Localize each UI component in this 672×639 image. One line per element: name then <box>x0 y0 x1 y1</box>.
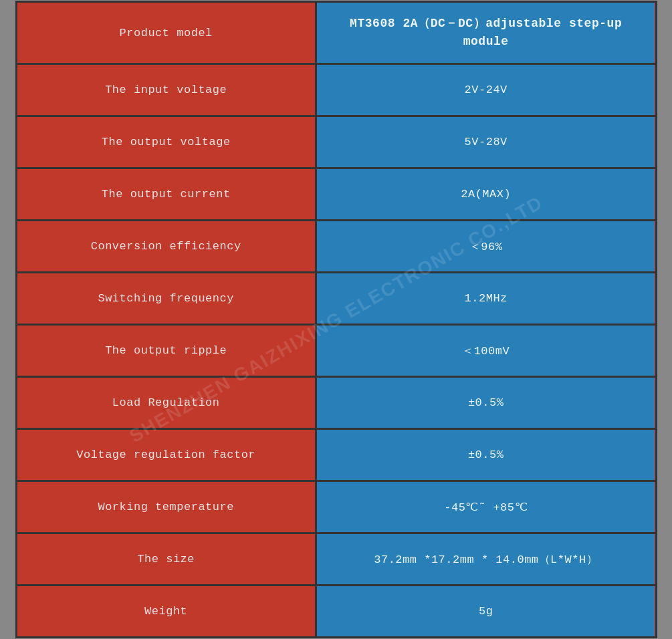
value-size: 37.2mm *17.2mm * 14.0mm（L*W*H） <box>317 534 655 584</box>
label-output-ripple: The output ripple <box>17 326 317 376</box>
table-row-output-ripple: The output ripple＜100mV <box>17 326 655 378</box>
label-weight: Weight <box>17 586 317 636</box>
value-conversion-efficiency: ＜96% <box>317 221 655 271</box>
table-row-conversion-efficiency: Conversion efficiency＜96% <box>17 221 655 273</box>
value-output-ripple: ＜100mV <box>317 326 655 376</box>
label-size: The size <box>17 534 317 584</box>
table-row-load-regulation: Load Regulation±0.5% <box>17 378 655 430</box>
value-output-voltage: 5V-28V <box>317 117 655 167</box>
label-working-temperature: Working temperature <box>17 482 317 532</box>
value-output-current: 2A(MAX) <box>317 169 655 219</box>
label-output-voltage: The output voltage <box>17 117 317 167</box>
product-spec-table: Product modelMT3608 2A（DC－DC）adjustable … <box>15 1 657 638</box>
table-row-output-current: The output current2A(MAX) <box>17 169 655 221</box>
value-weight: 5g <box>317 586 655 636</box>
table-row-voltage-regulation: Voltage regulation factor±0.5% <box>17 430 655 482</box>
value-voltage-regulation: ±0.5% <box>317 430 655 480</box>
value-load-regulation: ±0.5% <box>317 378 655 428</box>
table-row-switching-frequency: Switching frequency1.2MHz <box>17 273 655 326</box>
label-product-model: Product model <box>17 3 317 63</box>
table-row-product-model: Product modelMT3608 2A（DC－DC）adjustable … <box>17 3 655 65</box>
table-row-size: The size37.2mm *17.2mm * 14.0mm（L*W*H） <box>17 534 655 586</box>
label-voltage-regulation: Voltage regulation factor <box>17 430 317 480</box>
table-row-working-temperature: Working temperature-45℃˜ +85℃ <box>17 482 655 534</box>
table-row-input-voltage: The input voltage2V-24V <box>17 65 655 117</box>
value-input-voltage: 2V-24V <box>317 65 655 115</box>
value-working-temperature: -45℃˜ +85℃ <box>317 482 655 532</box>
label-load-regulation: Load Regulation <box>17 378 317 428</box>
label-output-current: The output current <box>17 169 317 219</box>
table-row-weight: Weight5g <box>17 586 655 636</box>
label-conversion-efficiency: Conversion efficiency <box>17 221 317 271</box>
table-row-output-voltage: The output voltage5V-28V <box>17 117 655 169</box>
label-switching-frequency: Switching frequency <box>17 273 317 324</box>
value-switching-frequency: 1.2MHz <box>317 273 655 324</box>
label-input-voltage: The input voltage <box>17 65 317 115</box>
value-product-model: MT3608 2A（DC－DC）adjustable step-up modul… <box>317 3 655 63</box>
